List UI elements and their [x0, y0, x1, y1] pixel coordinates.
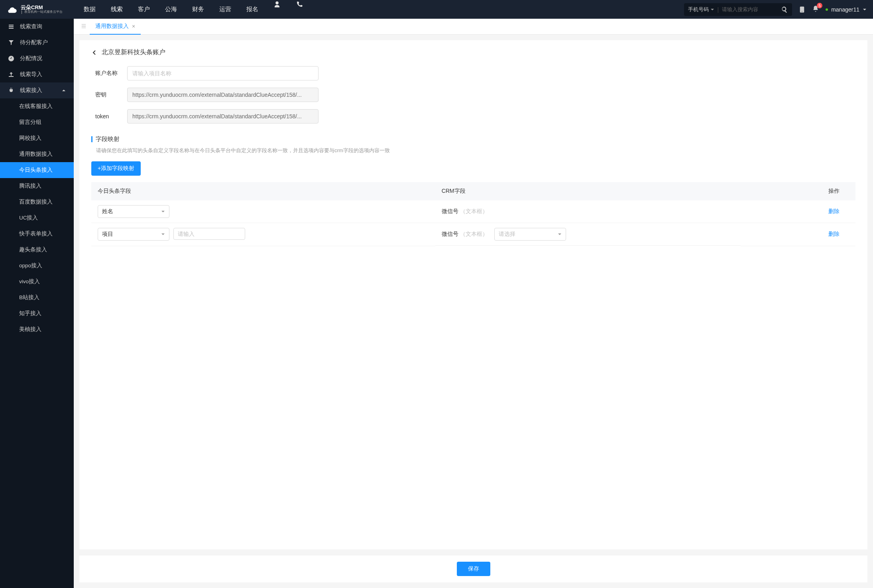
user-plus-icon[interactable] — [273, 1, 281, 8]
sidebar-item-import[interactable]: 线索导入 — [0, 67, 74, 82]
cloud-logo-icon — [6, 6, 18, 14]
sidebar-item-access[interactable]: 线索接入 — [0, 82, 74, 98]
upload-icon — [8, 71, 14, 78]
table-row: 项目微信号（文本框）请选择删除 — [91, 223, 855, 246]
sidebar-item-sub[interactable]: UC接入 — [0, 210, 74, 226]
sidebar-item-clue-search[interactable]: 线索查询 — [0, 19, 74, 35]
nav-clue[interactable]: 线索 — [111, 1, 123, 18]
token-label: token — [95, 113, 119, 120]
sidebar-item-sub[interactable]: vivo接入 — [0, 274, 74, 290]
key-label: 密钥 — [95, 91, 119, 98]
close-icon[interactable]: × — [132, 23, 135, 29]
crm-field-select[interactable]: 请选择 — [494, 228, 566, 241]
delete-row-link[interactable]: 删除 — [828, 231, 840, 237]
sidebar-item-sub[interactable]: 留言分组 — [0, 114, 74, 130]
toutiao-field-select[interactable]: 姓名 — [98, 205, 169, 218]
toutiao-field-select[interactable]: 项目 — [98, 228, 169, 241]
status-dot — [826, 8, 828, 11]
section-bar — [91, 136, 92, 142]
chevron-down-icon — [863, 8, 867, 12]
save-button[interactable]: 保存 — [457, 562, 490, 576]
sidebar-item-sub[interactable]: 腾讯接入 — [0, 178, 74, 194]
collapse-toggle[interactable] — [78, 20, 90, 33]
crm-field-display: 微信号（文本框） — [442, 231, 488, 238]
search-box: 手机号码 | — [684, 3, 792, 16]
tab-general-access[interactable]: 通用数据接入 × — [90, 19, 141, 35]
key-input — [127, 88, 319, 102]
search-icon[interactable] — [781, 6, 788, 13]
sidebar-item-sub[interactable]: 知乎接入 — [0, 306, 74, 321]
th-crm: CRM字段 — [435, 182, 741, 200]
sidebar-item-sub[interactable]: 百度数据接入 — [0, 194, 74, 210]
delete-row-link[interactable]: 删除 — [828, 208, 840, 214]
filter-icon — [8, 39, 14, 46]
chevron-down-icon — [710, 8, 714, 12]
sidebar-item-sub[interactable]: 趣头条接入 — [0, 242, 74, 258]
chevron-down-icon — [558, 232, 562, 236]
nav-signup[interactable]: 报名 — [246, 1, 258, 18]
nav-finance[interactable]: 财务 — [192, 1, 204, 18]
search-type-select[interactable]: 手机号码 — [688, 6, 714, 13]
top-nav: 数据 线索 客户 公海 财务 运营 报名 — [84, 1, 684, 18]
sidebar-item-sub[interactable]: oppo接入 — [0, 258, 74, 274]
back-arrow-icon[interactable] — [91, 49, 98, 56]
chevron-down-icon — [161, 210, 165, 214]
section-desc: 请确保您在此填写的头条自定义字段名称与在今日头条平台中自定义的字段名称一致，并且… — [96, 147, 855, 154]
add-field-mapping-button[interactable]: +添加字段映射 — [91, 161, 141, 176]
token-input — [127, 109, 319, 123]
user-name: manager11 — [831, 6, 859, 13]
form-row-name: 账户名称 — [95, 66, 855, 80]
tabs-bar: 通用数据接入 × — [74, 19, 873, 35]
th-toutiao: 今日头条字段 — [91, 182, 435, 200]
phone-icon[interactable] — [296, 1, 303, 8]
sidebar-item-pending[interactable]: 待分配客户 — [0, 35, 74, 51]
name-label: 账户名称 — [95, 70, 119, 77]
section-header: 字段映射 — [91, 135, 855, 143]
nav-data[interactable]: 数据 — [84, 1, 96, 18]
sidebar-item-sub[interactable]: 网校接入 — [0, 130, 74, 146]
notification-badge: 5 — [817, 3, 822, 8]
content-panel: 北京昱新科技头条账户 账户名称 密钥 token 字段映射 — [79, 40, 867, 549]
toutiao-extra-input[interactable] — [173, 228, 245, 240]
account-name-input[interactable] — [127, 66, 319, 80]
mobile-icon[interactable] — [798, 6, 806, 13]
sidebar-item-sub[interactable]: 今日头条接入 — [0, 162, 74, 178]
th-action: 操作 — [741, 182, 855, 200]
sidebar-item-sub[interactable]: 快手表单接入 — [0, 226, 74, 242]
search-input[interactable] — [722, 6, 778, 12]
list-icon — [8, 24, 14, 30]
main-area: 通用数据接入 × 北京昱新科技头条账户 账户名称 密钥 to — [74, 19, 873, 588]
app-header: 云朵CRM 教育机构一站式服务云平台 数据 线索 客户 公海 财务 运营 报名 … — [0, 0, 873, 19]
brand-tagline: 教育机构一站式服务云平台 — [22, 10, 63, 14]
sidebar-item-sub[interactable]: 美柚接入 — [0, 321, 74, 337]
nav-public[interactable]: 公海 — [165, 1, 177, 18]
logo-area: 云朵CRM 教育机构一站式服务云平台 — [6, 5, 74, 14]
form-row-key: 密钥 — [95, 88, 855, 102]
chevron-down-icon — [161, 232, 165, 236]
nav-operation[interactable]: 运营 — [219, 1, 231, 18]
menu-icon — [81, 23, 87, 29]
notifications-button[interactable]: 5 — [812, 5, 819, 14]
sidebar: 线索查询 待分配客户 分配情况 线索导入 线索接入 在线客服接入留言分组网校接入… — [0, 19, 74, 588]
table-row: 姓名微信号（文本框）删除 — [91, 200, 855, 223]
sidebar-item-sub[interactable]: B站接入 — [0, 290, 74, 306]
field-mapping-table: 今日头条字段 CRM字段 操作 姓名微信号（文本框）删除项目微信号（文本框）请选… — [91, 182, 855, 246]
plug-icon — [8, 87, 14, 94]
sidebar-item-distribution[interactable]: 分配情况 — [0, 51, 74, 67]
clock-icon — [8, 55, 14, 62]
form-row-token: token — [95, 109, 855, 123]
page-title: 北京昱新科技头条账户 — [91, 48, 855, 57]
footer-bar: 保存 — [79, 555, 867, 582]
crm-field-display: 微信号（文本框） — [442, 208, 735, 215]
sidebar-item-sub[interactable]: 通用数据接入 — [0, 146, 74, 162]
nav-customer[interactable]: 客户 — [138, 1, 150, 18]
user-menu[interactable]: manager11 — [826, 6, 867, 13]
sidebar-item-sub[interactable]: 在线客服接入 — [0, 98, 74, 114]
chevron-up-icon — [62, 88, 66, 92]
brand-name: 云朵CRM — [21, 5, 43, 10]
